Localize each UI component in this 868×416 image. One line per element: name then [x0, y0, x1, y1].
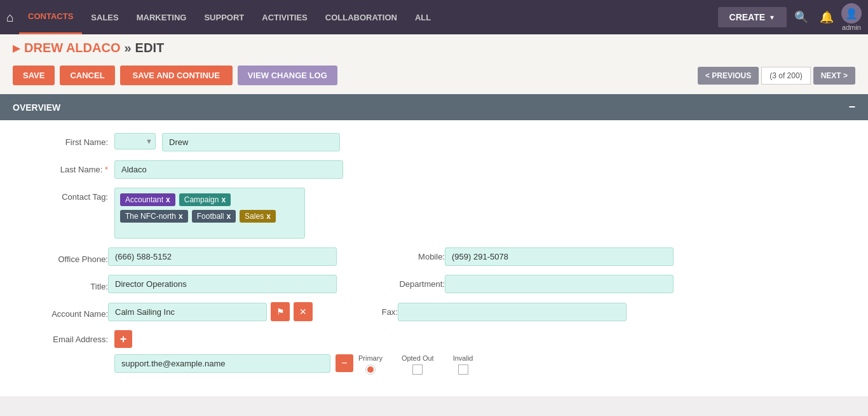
prev-button[interactable]: < PREVIOUS	[698, 67, 759, 85]
tag-nfc-remove[interactable]: x	[179, 212, 183, 221]
contact-tag-label: Contact Tag:	[25, 188, 108, 202]
nav-collaboration[interactable]: COLLABORATION	[316, 0, 406, 34]
form-container: First Name: ▼ Last Name: * Contact Tag: …	[0, 120, 868, 396]
first-name-label: First Name:	[25, 133, 108, 147]
required-marker: *	[105, 165, 108, 174]
nav-activities[interactable]: ACTIVITIES	[253, 0, 316, 34]
tag-sales-remove[interactable]: x	[266, 212, 271, 221]
section-header: OVERVIEW −	[0, 94, 868, 120]
last-name-row: Last Name: *	[25, 160, 849, 179]
toolbar: SAVE CANCEL SAVE AND CONTINUE VIEW CHANG…	[0, 62, 868, 94]
nav-contacts[interactable]: CONTACTS	[19, 0, 82, 34]
first-name-input[interactable]	[162, 133, 340, 151]
home-icon[interactable]: ⌂	[6, 10, 14, 25]
nav-support[interactable]: SUPPORT	[195, 0, 253, 34]
play-icon[interactable]: ▶	[13, 42, 20, 54]
add-email-button[interactable]: +	[114, 330, 132, 348]
create-button[interactable]: CREATE ▼	[718, 7, 787, 27]
breadcrumb-action: EDIT	[135, 41, 165, 55]
admin-label: admin	[842, 24, 861, 31]
fax-label: Fax:	[328, 307, 398, 317]
email-entry: − Primary Opted Out Invalid	[114, 352, 473, 375]
navbar-right: CREATE ▼ 🔍 🔔 👤 admin	[718, 3, 862, 31]
mobile-input[interactable]	[445, 247, 674, 266]
last-name-label: Last Name: *	[25, 160, 108, 174]
email-opted-out: Opted Out	[402, 354, 434, 375]
cancel-button[interactable]: CANCEL	[60, 66, 114, 85]
email-label: Email Address:	[25, 330, 108, 344]
tag-accountant-remove[interactable]: x	[166, 195, 170, 204]
breadcrumb-separator: »	[124, 41, 131, 55]
opted-out-checkbox[interactable]	[412, 364, 423, 375]
contact-tag-row: Contact Tag: Accountant x Campaign x The…	[25, 188, 849, 239]
tag-football-remove[interactable]: x	[226, 212, 231, 221]
save-continue-button[interactable]: SAVE AND CONTINUE	[120, 66, 233, 85]
chevron-down-icon: ▼	[146, 137, 153, 145]
remove-email-button[interactable]: −	[336, 354, 353, 372]
account-link-button[interactable]: ⚑	[271, 302, 290, 321]
phone-row: Office Phone: Mobile:	[25, 247, 849, 266]
tags-container[interactable]: Accountant x Campaign x The NFC-north x …	[114, 188, 305, 239]
email-column: + − Primary Opted Out	[114, 330, 473, 375]
breadcrumb-name: DREW ALDACO	[24, 41, 120, 55]
collapse-icon[interactable]: −	[848, 101, 855, 114]
pagination-info: (3 of 200)	[761, 67, 810, 85]
account-name-field: ⚑ ✕	[108, 302, 313, 321]
next-button[interactable]: NEXT >	[813, 67, 855, 85]
section-title: OVERVIEW	[13, 102, 60, 113]
office-phone-input[interactable]	[108, 247, 337, 266]
invalid-label: Invalid	[453, 354, 473, 362]
office-phone-label: Office Phone:	[25, 250, 108, 264]
title-input[interactable]	[108, 275, 337, 293]
nav-all[interactable]: ALL	[406, 0, 440, 34]
tag-accountant[interactable]: Accountant x	[120, 193, 175, 206]
nav-links: CONTACTS SALES MARKETING SUPPORT ACTIVIT…	[19, 0, 717, 34]
notifications-icon[interactable]: 🔔	[816, 8, 837, 27]
opted-out-label: Opted Out	[402, 354, 434, 362]
tag-campaign[interactable]: Campaign x	[179, 193, 231, 206]
primary-label: Primary	[358, 354, 383, 362]
tag-nfc-north[interactable]: The NFC-north x	[120, 210, 188, 223]
tag-football[interactable]: Football x	[192, 210, 236, 223]
breadcrumb: ▶ DREW ALDACO » EDIT	[0, 34, 868, 62]
email-primary: Primary	[358, 354, 383, 375]
email-invalid: Invalid	[453, 354, 473, 375]
title-label: Title:	[25, 277, 108, 291]
department-input[interactable]	[445, 275, 674, 293]
avatar[interactable]: 👤	[841, 3, 862, 24]
account-row: Account Name: ⚑ ✕ Fax:	[25, 302, 849, 321]
email-meta: Primary Opted Out Invalid	[358, 354, 473, 375]
toolbar-right: < PREVIOUS (3 of 200) NEXT >	[698, 67, 855, 85]
mobile-label: Mobile:	[375, 252, 445, 261]
account-clear-button[interactable]: ✕	[294, 302, 313, 321]
save-button[interactable]: SAVE	[13, 66, 55, 85]
account-name-input[interactable]	[108, 303, 267, 321]
primary-radio[interactable]	[365, 364, 376, 375]
tag-sales[interactable]: Sales x	[240, 210, 276, 223]
view-log-button[interactable]: VIEW CHANGE LOG	[238, 66, 337, 85]
nav-sales[interactable]: SALES	[82, 0, 127, 34]
nav-marketing[interactable]: MARKETING	[128, 0, 196, 34]
create-dropdown-arrow: ▼	[769, 14, 775, 21]
navbar: ⌂ CONTACTS SALES MARKETING SUPPORT ACTIV…	[0, 0, 868, 34]
email-input[interactable]	[114, 354, 330, 373]
search-icon[interactable]: 🔍	[790, 8, 812, 27]
name-title-dropdown[interactable]: ▼	[114, 133, 156, 149]
invalid-checkbox[interactable]	[458, 364, 468, 375]
tag-campaign-remove[interactable]: x	[221, 195, 226, 204]
first-name-row: First Name: ▼	[25, 133, 849, 151]
title-row: Title: Department:	[25, 275, 849, 293]
account-name-label: Account Name:	[25, 305, 108, 319]
fax-input[interactable]	[398, 303, 627, 321]
department-label: Department:	[375, 279, 445, 289]
last-name-input[interactable]	[114, 160, 343, 179]
email-row: Email Address: + − Primary Opted Out	[25, 330, 849, 375]
overview-section: OVERVIEW − First Name: ▼ Last Name: * Co…	[0, 94, 868, 396]
